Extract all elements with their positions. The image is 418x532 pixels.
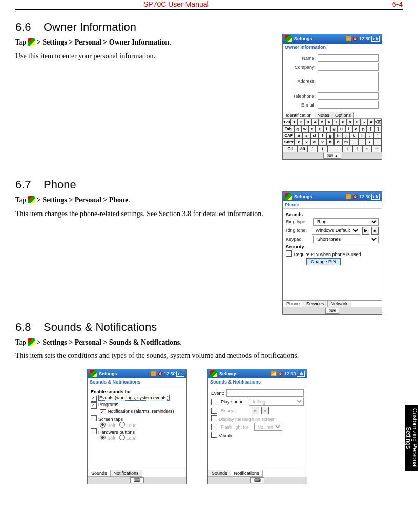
keypad-select[interactable]: Short tones [314, 236, 379, 243]
flash-select[interactable]: No limit [254, 423, 282, 431]
stop-button[interactable]: ■ [371, 227, 379, 235]
screentaps-checkbox[interactable] [91, 415, 97, 421]
keyboard-key[interactable]: CAP [283, 132, 295, 139]
keyboard-key[interactable]: ; [366, 132, 373, 139]
keyboard-key[interactable]: ⌫ [374, 119, 382, 125]
keyboard-key[interactable]: ← [374, 139, 382, 145]
address-field[interactable] [318, 72, 379, 91]
keyboard-key[interactable]: ← [362, 145, 372, 152]
keyboard-key[interactable]: / [366, 139, 373, 145]
keyboard-key[interactable]: g [326, 132, 334, 139]
event-select[interactable]: ActiveSync: Begin sync [226, 389, 304, 397]
soft-keyboard[interactable]: 1231234567890-=⌫ Tabqwertyuiop[] CAPasdf… [283, 118, 382, 152]
keyboard-toggle[interactable]: ⌨ [325, 308, 339, 314]
keyboard-key[interactable]: u [338, 125, 345, 132]
vibrate-checkbox[interactable] [211, 432, 217, 438]
keyboard-key[interactable]: . [358, 139, 366, 145]
keyboard-key[interactable]: \ [318, 145, 327, 152]
keyboard-key[interactable]: q [294, 125, 301, 132]
keyboard-key[interactable]: 3 [305, 119, 312, 125]
loud-radio[interactable] [119, 435, 125, 440]
keyboard-key[interactable]: Tab [283, 125, 294, 132]
keyboard-key[interactable]: 123 [283, 119, 290, 125]
ok-button[interactable]: ok [371, 194, 380, 200]
ok-button[interactable]: ok [371, 36, 380, 42]
keyboard-key[interactable]: 8 [340, 119, 347, 125]
playsound-checkbox[interactable] [211, 399, 217, 405]
company-field[interactable] [318, 63, 379, 71]
name-field[interactable] [318, 54, 379, 62]
flash-checkbox[interactable] [211, 424, 217, 430]
soft-radio[interactable] [100, 422, 106, 428]
keyboard-key[interactable]: 9 [347, 119, 354, 125]
keyboard-key[interactable]: [ [367, 125, 374, 132]
keyboard-key[interactable]: 6 [326, 119, 333, 125]
keyboard-key[interactable]: - [361, 119, 368, 125]
keyboard-key[interactable]: c [310, 139, 318, 145]
keyboard-key[interactable]: = [368, 119, 375, 125]
keyboard-key[interactable]: w [301, 125, 308, 132]
keyboard-key[interactable]: Shift [283, 139, 295, 145]
notifications-checkbox[interactable] [100, 409, 106, 415]
soft-radio[interactable] [100, 435, 106, 440]
loud-radio[interactable] [119, 422, 125, 428]
keyboard-key[interactable]: k [350, 132, 358, 139]
ok-button[interactable]: ok [297, 371, 305, 377]
keyboard-key[interactable]: 0 [353, 119, 361, 125]
tab-network[interactable]: Network [327, 301, 351, 307]
keyboard-key[interactable]: o [352, 125, 360, 132]
keyboard-key[interactable]: m [342, 139, 350, 145]
keyboard-key[interactable]: 1 [290, 119, 298, 125]
stop-button[interactable]: ■ [261, 407, 269, 414]
keyboard-key[interactable]: 7 [332, 119, 340, 125]
keyboard-key[interactable]: v [319, 139, 326, 145]
keyboard-key[interactable]: 5 [319, 119, 326, 125]
ok-button[interactable]: ok [176, 371, 184, 377]
keyboard-key[interactable] [327, 145, 342, 152]
events-checkbox[interactable] [91, 396, 97, 402]
keyboard-key[interactable]: d [310, 132, 318, 139]
keyboard-key[interactable]: Ctl [283, 145, 298, 152]
keyboard-key[interactable]: a [295, 132, 302, 139]
keyboard-key[interactable]: j [342, 132, 350, 139]
keyboard-key[interactable]: l [358, 132, 366, 139]
tab-sounds[interactable]: Sounds [88, 470, 111, 477]
tab-notifications[interactable]: Notifications [231, 470, 263, 477]
play-button[interactable]: ▶ [362, 227, 369, 235]
keyboard-key[interactable]: z [295, 139, 302, 145]
keyboard-key[interactable]: t [323, 125, 330, 132]
keyboard-key[interactable]: → [372, 145, 382, 152]
email-field[interactable] [318, 101, 379, 109]
keyboard-key[interactable]: x [303, 139, 310, 145]
keyboard-toggle[interactable]: ⌨ [250, 477, 264, 483]
require-pin-checkbox[interactable] [286, 250, 292, 257]
keyboard-key[interactable]: , [350, 139, 358, 145]
tab-services[interactable]: Services [303, 301, 328, 307]
tab-notes[interactable]: Notes [315, 112, 333, 118]
keyboard-key[interactable]: e [308, 125, 316, 132]
keyboard-key[interactable]: 2 [298, 119, 305, 125]
keyboard-key[interactable]: s [303, 132, 310, 139]
hwbuttons-checkbox[interactable] [91, 428, 97, 434]
tab-options[interactable]: Options [332, 112, 354, 118]
ring-type-select[interactable]: Ring [314, 218, 379, 226]
keyboard-key[interactable]: h [334, 132, 342, 139]
tab-identification[interactable]: Identification [283, 112, 315, 118]
keyboard-key[interactable]: ' [374, 132, 382, 139]
keyboard-key[interactable]: áü [298, 145, 307, 152]
keyboard-key[interactable]: f [319, 132, 326, 139]
keyboard-key[interactable]: i [345, 125, 352, 132]
keyboard-key[interactable]: y [330, 125, 338, 132]
tab-notifications[interactable]: Notifications [110, 470, 142, 477]
keyboard-toggle[interactable]: ⌨ [130, 477, 144, 483]
keyboard-key[interactable]: 4 [311, 119, 319, 125]
programs-checkbox[interactable] [91, 402, 97, 409]
keyboard-key[interactable]: b [326, 139, 334, 145]
keyboard-key[interactable]: ↓ [342, 145, 352, 152]
keyboard-key[interactable]: p [360, 125, 367, 132]
ring-tone-select[interactable]: Windows Default [312, 227, 360, 235]
tab-phone[interactable]: Phone [283, 301, 303, 307]
play-button[interactable]: ▶ [252, 407, 259, 414]
keyboard-key[interactable]: ` [308, 145, 318, 152]
displaymsg-checkbox[interactable] [211, 415, 217, 421]
